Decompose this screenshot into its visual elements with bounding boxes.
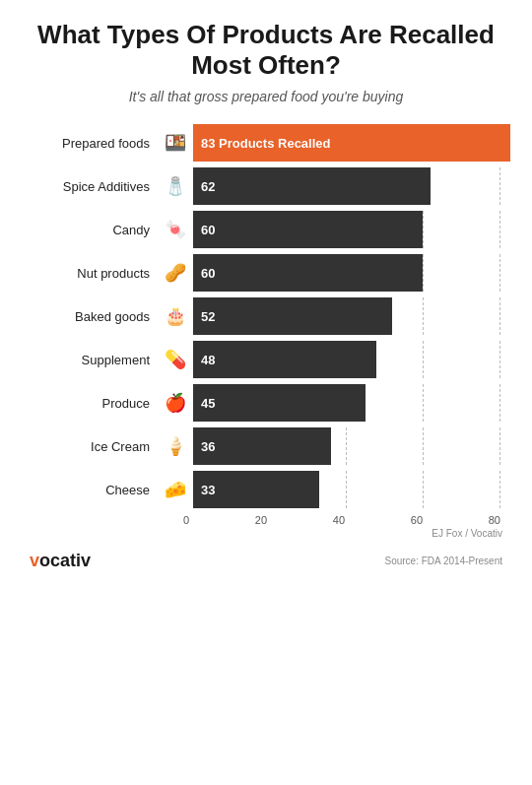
bar-fill: 60 [193,211,423,248]
bar-icon: 🥜 [158,262,193,284]
logo-v: v [30,551,39,570]
bar-fill: 62 [193,167,431,205]
x-axis-tick: 60 [411,514,423,526]
bar-row: Supplement💊48 [30,341,502,378]
bar-fill: 52 [193,297,392,335]
bar-container: 36 [193,427,502,465]
grid-line [346,471,347,508]
bar-icon: 🧂 [158,175,193,197]
grid-line [423,384,424,422]
grid-line [499,471,500,508]
chart-wrapper: Prepared foods🍱83 Products RecalledSpice… [20,124,512,539]
bar-fill: 60 [193,254,423,292]
grid-line [423,211,424,248]
grid-line [499,167,500,205]
bar-row: Spice Additives🧂62 [30,167,502,205]
bar-fill: 45 [193,384,366,422]
bar-container: 62 [193,167,502,205]
bar-row: Ice Cream🍦36 [30,427,502,465]
bar-icon: 🍬 [158,219,193,240]
bar-fill: 33 [193,471,319,508]
bar-row: Prepared foods🍱83 Products Recalled [30,124,502,162]
bar-label: Baked goods [30,309,158,324]
ej-fox-credit: EJ Fox / Vocativ [20,528,512,539]
bar-icon: 🍦 [158,435,193,457]
bar-label: Nut products [30,266,158,281]
grid-line [499,297,500,335]
x-axis-tick: 0 [183,514,189,526]
x-axis-tick: 80 [489,514,500,526]
bar-fill: 36 [193,427,331,465]
bar-icon: 🧀 [158,479,193,500]
logo: vocativ [30,551,91,571]
bar-container: 60 [193,254,502,292]
bar-icon: 💊 [158,349,193,370]
bar-row: Produce🍎45 [30,384,502,422]
grid-line [423,254,424,292]
bar-label: Prepared foods [30,136,158,151]
bar-container: 52 [193,297,502,335]
chart-area: Prepared foods🍱83 Products RecalledSpice… [20,124,512,508]
bar-label: Supplement [30,353,158,367]
bar-icon: 🎂 [158,305,193,327]
bar-row: Cheese🧀33 [30,471,502,508]
bar-label: Candy [30,223,158,237]
bar-fill: 83 Products Recalled [193,124,510,162]
bar-container: 83 Products Recalled [193,124,510,162]
grid-line [423,297,424,335]
bar-label: Ice Cream [30,439,158,454]
bar-container: 48 [193,341,502,378]
x-axis: 020406080 [183,514,502,526]
bar-label: Produce [30,396,158,411]
source-credit: Source: FDA 2014-Present [384,556,502,566]
bar-container: 60 [193,211,502,248]
grid-line [499,427,500,465]
bar-icon: 🍱 [158,132,193,154]
chart-title: What Types Of Products Are Recalled Most… [20,20,512,81]
bar-label: Cheese [30,483,158,497]
bar-fill: 48 [193,341,376,378]
bar-row: Nut products🥜60 [30,254,502,292]
grid-line [499,254,500,292]
bar-row: Baked goods🎂52 [30,297,502,335]
logo-text: ocativ [39,551,91,570]
grid-line [346,427,347,465]
grid-line [499,341,500,378]
bar-label: Spice Additives [30,179,158,194]
grid-line [423,341,424,378]
bar-icon: 🍎 [158,392,193,414]
grid-line [423,471,424,508]
grid-line [499,384,500,422]
bar-container: 33 [193,471,502,508]
bar-row: Candy🍬60 [30,211,502,248]
grid-line [423,427,424,465]
x-axis-tick: 40 [333,514,345,526]
grid-line [499,211,500,248]
main-container: What Types Of Products Are Recalled Most… [0,0,532,585]
chart-subtitle: It's all that gross prepared food you're… [20,89,512,104]
footer: vocativ Source: FDA 2014-Present [20,543,512,575]
x-axis-tick: 20 [255,514,267,526]
bar-container: 45 [193,384,502,422]
